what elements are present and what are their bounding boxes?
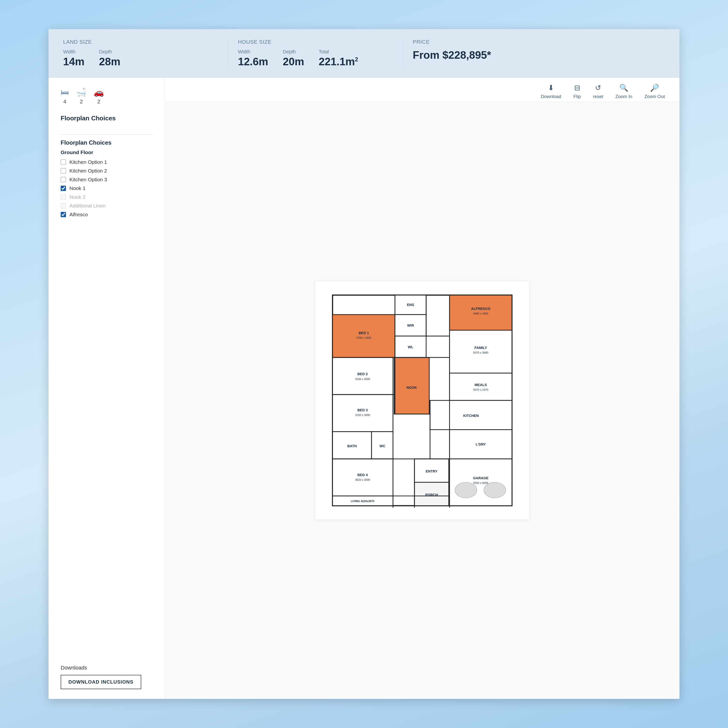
sub-section-title: Floorplan Choices [61, 139, 153, 146]
floorplan-wrapper: ALFRESCO 4680 x 2400 BED 1 3700 x 3600 E… [315, 281, 529, 519]
svg-text:3620 x 3000: 3620 x 3000 [355, 478, 370, 481]
downloads-section: Downloads DOWNLOAD INCLUSIONS [61, 655, 153, 689]
option-label-linen: Additional Linen [69, 203, 106, 209]
bed-count: 4 [63, 98, 66, 105]
sidebar: 🛏 4 🛁 2 🚗 2 Floorplan Choices Floorplan … [49, 78, 165, 699]
option-label-alfresco: Alfresco [69, 212, 88, 217]
reset-icon: ↺ [595, 84, 601, 92]
land-depth-label: Depth [99, 49, 120, 55]
house-depth: Depth 20m [283, 49, 304, 68]
svg-rect-14 [332, 358, 393, 395]
flip-label: Flip [574, 94, 581, 99]
zoom-in-label: Zoom In [615, 94, 632, 99]
house-width: Width 12.6m [238, 49, 268, 68]
stats-bar: LAND SIZE Width 14m Depth 28m HOUSE SIZE… [49, 29, 679, 78]
option-label-kitchen1: Kitchen Option 1 [69, 159, 107, 165]
svg-text:BED 3: BED 3 [358, 408, 368, 412]
zoom-out-label: Zoom Out [644, 94, 665, 99]
house-size-group: HOUSE SIZE Width 12.6m Depth 20m Total 2… [238, 39, 403, 68]
download-button[interactable]: ⬇ Download [541, 84, 561, 99]
flip-icon: ⊟ [574, 84, 580, 92]
land-depth: Depth 28m [99, 49, 120, 68]
svg-text:5500 x 6005: 5500 x 6005 [473, 482, 488, 484]
svg-text:WL: WL [408, 345, 413, 349]
option-label-nook1: Nook 1 [69, 185, 86, 191]
svg-text:BED 4: BED 4 [358, 473, 368, 477]
floorplan-svg: ALFRESCO 4680 x 2400 BED 1 3700 x 3600 E… [325, 291, 519, 509]
price-label: PRICE [413, 39, 645, 45]
svg-rect-4 [332, 315, 395, 358]
reset-button[interactable]: ↺ reset [593, 84, 603, 99]
bed-icon-group: 🛏 4 [61, 87, 69, 105]
svg-text:BED 2: BED 2 [358, 372, 368, 376]
download-label: Download [541, 94, 561, 99]
download-icon: ⬇ [548, 84, 554, 92]
land-width: Width 14m [63, 49, 84, 68]
svg-text:GARAGE: GARAGE [473, 476, 488, 480]
option-linen: Additional Linen [61, 203, 153, 209]
svg-point-39 [484, 482, 506, 498]
svg-text:LIVING 4220x3870: LIVING 4220x3870 [351, 500, 375, 503]
svg-text:WC: WC [379, 444, 385, 448]
svg-text:3150 x 3000: 3150 x 3000 [355, 413, 370, 416]
checkbox-kitchen3[interactable] [61, 177, 66, 182]
house-width-label: Width [238, 49, 268, 55]
svg-text:BATH: BATH [347, 444, 357, 448]
option-label-kitchen2: Kitchen Option 2 [69, 168, 107, 174]
option-alfresco: Alfresco [61, 212, 153, 217]
option-kitchen1: Kitchen Option 1 [61, 159, 153, 165]
divider-1 [61, 134, 153, 135]
svg-text:MEALS: MEALS [475, 383, 487, 387]
zoom-out-button[interactable]: 🔎 Zoom Out [644, 84, 665, 99]
house-size-label: HOUSE SIZE [238, 39, 393, 45]
option-nook2: Nook 2 [61, 194, 153, 200]
svg-text:3150 x 3000: 3150 x 3000 [355, 378, 370, 381]
checkbox-alfresco[interactable] [61, 212, 66, 217]
room-icons: 🛏 4 🛁 2 🚗 2 [61, 87, 153, 105]
bath-icon: 🛁 [76, 87, 86, 97]
land-size-label: LAND SIZE [63, 39, 218, 45]
garage-icon-group: 🚗 2 [94, 87, 104, 105]
svg-text:FAMILY: FAMILY [474, 346, 487, 350]
download-inclusions-button[interactable]: DOWNLOAD INCLUSIONS [61, 675, 141, 689]
house-width-val: 12.6m [238, 55, 268, 68]
land-width-label: Width [63, 49, 84, 55]
price-value: From $228,895* [413, 49, 645, 61]
checkbox-kitchen1[interactable] [61, 159, 66, 165]
option-nook1: Nook 1 [61, 185, 153, 191]
svg-rect-40 [332, 459, 393, 496]
checkbox-linen[interactable] [61, 203, 66, 208]
floorplan-area: ⬇ Download ⊟ Flip ↺ reset 🔍 Zoom In 🔎 [165, 78, 679, 699]
option-label-kitchen3: Kitchen Option 3 [69, 177, 107, 182]
svg-text:KITCHEN: KITCHEN [463, 414, 479, 418]
svg-rect-26 [332, 395, 393, 432]
checkbox-nook2[interactable] [61, 194, 66, 200]
svg-text:5070 x 2370: 5070 x 2370 [473, 388, 488, 391]
checkbox-kitchen2[interactable] [61, 168, 66, 173]
main-card: LAND SIZE Width 14m Depth 28m HOUSE SIZE… [49, 29, 679, 699]
land-width-val: 14m [63, 55, 84, 68]
svg-text:WIR: WIR [407, 323, 414, 327]
section-title: Floorplan Choices [61, 115, 153, 122]
floorplan-toolbar: ⬇ Download ⊟ Flip ↺ reset 🔍 Zoom In 🔎 [165, 78, 679, 102]
svg-text:ENTRY: ENTRY [426, 469, 437, 473]
house-total-label: Total [319, 49, 358, 55]
flip-button[interactable]: ⊟ Flip [574, 84, 581, 99]
garage-icon: 🚗 [94, 87, 104, 97]
svg-text:4680 x 2400: 4680 x 2400 [473, 312, 488, 315]
reset-label: reset [593, 94, 603, 99]
content-area: 🛏 4 🛁 2 🚗 2 Floorplan Choices Floorplan … [49, 78, 679, 699]
house-total-val: 221.1m2 [319, 55, 358, 68]
option-kitchen2: Kitchen Option 2 [61, 168, 153, 174]
zoom-in-button[interactable]: 🔍 Zoom In [615, 84, 632, 99]
floorplan-canvas: ALFRESCO 4680 x 2400 BED 1 3700 x 3600 E… [165, 102, 679, 699]
svg-text:L'DRY: L'DRY [476, 442, 486, 446]
svg-text:5070 x 3680: 5070 x 3680 [473, 351, 488, 354]
zoom-in-icon: 🔍 [619, 84, 628, 92]
checkbox-nook1[interactable] [61, 186, 66, 191]
svg-text:ENS: ENS [407, 303, 414, 307]
option-label-nook2: Nook 2 [69, 194, 86, 200]
svg-text:NOOK: NOOK [407, 385, 417, 390]
floor-label: Ground Floor [61, 150, 153, 155]
land-size-group: LAND SIZE Width 14m Depth 28m [63, 39, 228, 68]
